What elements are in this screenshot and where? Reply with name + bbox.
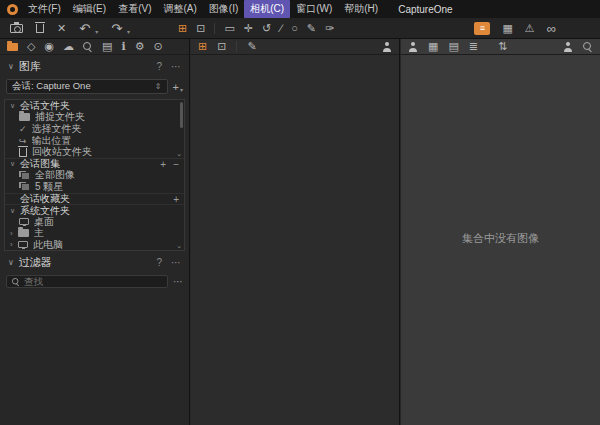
thumb-detail-view-icon[interactable]: ≣: [469, 41, 478, 52]
menu-camera[interactable]: 相机(C): [244, 0, 290, 18]
tree-item-home[interactable]: › 主: [5, 228, 184, 240]
tooltab-library-folder-icon[interactable]: [7, 43, 18, 51]
camera-icon[interactable]: [10, 24, 23, 33]
app-logo-icon: [7, 4, 18, 15]
toolbar-tools-group: ⊞ ⊡ ▭ ✛ ↺ ∕ ○ ✎ ✑: [178, 23, 334, 34]
menu-window[interactable]: 窗口(W): [290, 0, 338, 18]
tree-item-trash-folder[interactable]: 回收站文件夹: [5, 146, 184, 158]
workspace: ◇ ◉ ☁ ▤ ℹ ⚙ ⊙ ∨ 图库 ? ⋯ 会话: Capture One ⇕: [0, 39, 600, 425]
toolbar-right-group: ≡ ▦ ⚠ ∞: [474, 22, 556, 35]
session-select-value: 会话: Capture One: [12, 80, 91, 93]
browser-panel: ⊞ ⊡ ✎: [191, 39, 400, 425]
trash-icon: [19, 148, 27, 157]
loupe-view-icon[interactable]: ⊡: [196, 23, 205, 34]
thumb-list-view-icon[interactable]: ▤: [448, 41, 458, 52]
thumb-grid-view-icon[interactable]: ▦: [428, 41, 438, 52]
people-icon[interactable]: [563, 42, 573, 52]
sort-icon[interactable]: ⇅: [498, 41, 507, 52]
menu-help[interactable]: 帮助(H): [338, 0, 384, 18]
tooltab-lens-icon[interactable]: ◉: [44, 41, 54, 52]
check-folder-icon: ✓: [19, 124, 27, 134]
filters-header: ∨ 过滤器 ? ⋯: [0, 251, 189, 272]
plus-icon: +: [173, 81, 179, 93]
browser-brush-icon[interactable]: ✎: [247, 41, 256, 52]
menu-image[interactable]: 图像(I): [203, 0, 244, 18]
more-options-icon[interactable]: ⋯: [171, 257, 181, 268]
search-options-icon[interactable]: ⋯: [173, 276, 183, 287]
ellipse-tool-icon[interactable]: ○: [291, 23, 298, 34]
tooltab-gear-icon[interactable]: ⚙: [135, 41, 145, 52]
session-select[interactable]: 会话: Capture One ⇕: [6, 79, 168, 94]
straighten-tool-icon[interactable]: ∕: [280, 23, 282, 34]
delete-icon[interactable]: ✕: [57, 23, 66, 34]
chevron-down-icon[interactable]: ∨: [8, 62, 14, 71]
library-title: 图库: [19, 59, 41, 74]
menu-adjust[interactable]: 调整(A): [157, 0, 202, 18]
capture-one-window: 文件(F) 编辑(E) 查看(V) 调整(A) 图像(I) 相机(C) 窗口(W…: [0, 0, 600, 425]
proofing-glasses-icon[interactable]: ∞: [547, 22, 556, 35]
trash-icon[interactable]: [36, 24, 44, 33]
add-album-button[interactable]: +: [160, 159, 166, 170]
tree-item-this-pc[interactable]: › 此电脑: [5, 239, 184, 251]
scrollbar-thumb[interactable]: [180, 102, 183, 128]
tooltab-cloud-icon[interactable]: ☁: [63, 41, 74, 52]
chevron-right-icon[interactable]: ›: [10, 240, 18, 249]
tooltab-info-icon[interactable]: ℹ: [121, 41, 125, 52]
browser-list-view-icon[interactable]: ⊡: [217, 41, 226, 52]
tooltab-settings-icon[interactable]: ⊙: [154, 41, 163, 52]
folder-icon: [19, 113, 30, 121]
redo-dropdown-icon[interactable]: ▾: [127, 28, 130, 35]
session-selector-row: 会话: Capture One ⇕ + ▾: [0, 76, 189, 96]
menu-view[interactable]: 查看(V): [112, 0, 157, 18]
undo-icon[interactable]: ↶: [79, 22, 90, 35]
add-favorite-button[interactable]: +: [173, 194, 179, 205]
add-session-button[interactable]: + ▾: [173, 81, 183, 93]
window-title: CaptureOne: [398, 4, 452, 15]
photos-icon: [19, 182, 30, 191]
remove-album-button[interactable]: −: [173, 159, 179, 170]
menu-file[interactable]: 文件(F): [22, 0, 67, 18]
redo-icon[interactable]: ↷: [111, 22, 122, 35]
browser-grid-view-icon[interactable]: ⊞: [198, 41, 207, 52]
scroll-down-icon[interactable]: ⌄: [176, 150, 182, 158]
tree-item-five-stars[interactable]: 5 颗星: [5, 181, 184, 193]
more-options-icon[interactable]: ⋯: [171, 61, 181, 72]
pen-tool-icon[interactable]: ✎: [307, 23, 316, 34]
user-filter-icon[interactable]: [408, 42, 418, 52]
zoom-icon[interactable]: [583, 42, 593, 52]
chevron-down-icon[interactable]: ∨: [8, 258, 14, 267]
section-system-folders[interactable]: ∨ 系统文件夹: [5, 204, 184, 216]
tree-item-all-images[interactable]: 全部图像: [5, 170, 184, 182]
undo-dropdown-icon[interactable]: ▾: [95, 28, 98, 35]
filmstrip-icon[interactable]: ▦: [502, 23, 512, 34]
adjustments-clipboard-icon[interactable]: ≡: [474, 22, 490, 35]
tooltab-book-icon[interactable]: ▤: [102, 41, 112, 52]
crop-tool-icon[interactable]: ✛: [244, 23, 253, 34]
rotate-tool-icon[interactable]: ↺: [262, 23, 271, 34]
browser-toolbar: ⊞ ⊡ ✎: [191, 39, 399, 55]
tree-item-desktop[interactable]: 桌面: [5, 216, 184, 228]
tooltab-loupe-icon[interactable]: [83, 42, 93, 52]
warning-icon[interactable]: ⚠: [525, 23, 535, 34]
tooltab-tag-icon[interactable]: ◇: [27, 41, 35, 52]
folder-icon: [18, 229, 29, 237]
section-session-folders[interactable]: ∨ 会话文件夹: [5, 100, 184, 112]
help-button[interactable]: ?: [156, 61, 162, 72]
left-sidebar: ◇ ◉ ☁ ▤ ℹ ⚙ ⊙ ∨ 图库 ? ⋯ 会话: Capture One ⇕: [0, 39, 190, 425]
select-tool-icon[interactable]: ▭: [224, 23, 234, 34]
grid-view-icon[interactable]: ⊞: [178, 23, 187, 34]
user-filter-icon[interactable]: [382, 42, 392, 52]
help-button[interactable]: ?: [156, 257, 162, 268]
chevron-right-icon[interactable]: ›: [10, 229, 18, 238]
computer-icon: [18, 241, 28, 248]
section-session-albums[interactable]: ∨ 会话图集 + −: [5, 158, 184, 170]
search-input[interactable]: [24, 276, 163, 287]
chevron-down-icon: ▾: [180, 86, 183, 93]
eyedropper-tool-icon[interactable]: ✑: [325, 23, 334, 34]
section-session-favorites[interactable]: 会话收藏夹 +: [5, 193, 184, 205]
scroll-down-icon[interactable]: ⌄: [176, 242, 182, 250]
chevron-down-icon: ∨: [10, 160, 20, 168]
toolbar-left-group: ✕ ↶ ▾ ↷ ▾: [0, 22, 130, 35]
toolbar-divider: [214, 23, 215, 34]
menu-edit[interactable]: 编辑(E): [67, 0, 112, 18]
